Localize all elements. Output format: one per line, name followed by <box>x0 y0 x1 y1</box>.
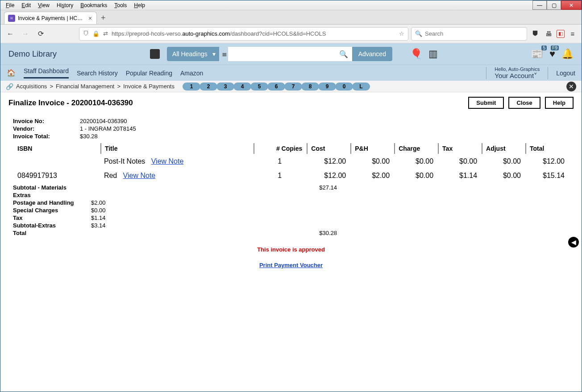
back-button[interactable]: ← <box>4 28 17 40</box>
chip-0[interactable]: 0 <box>335 83 353 91</box>
address-bar[interactable]: ⛉ 🔒 ⇄ https://preprod-hcols-verso.auto-g… <box>79 27 408 41</box>
forward-button[interactable]: → <box>19 28 32 40</box>
nav-search-history[interactable]: Search History <box>77 70 118 77</box>
database-icon[interactable]: ≣ <box>219 50 228 58</box>
breadcrumb-financial[interactable]: Financial Management <box>56 83 115 90</box>
window-close-button[interactable]: ✕ <box>561 0 582 10</box>
cell-isbn <box>14 155 100 168</box>
menu-tools[interactable]: Tools <box>111 1 130 9</box>
print-icon[interactable]: 🖶 <box>543 29 554 39</box>
close-panel-icon[interactable]: ✕ <box>566 82 576 91</box>
url-path: /dashboard?cid=HCOLS&lid=HCOLS <box>230 30 326 37</box>
account-dropdown[interactable]: Your Account˅ <box>495 72 540 80</box>
app-header: Demo Library All Headings ≣ 🔍 Advanced 🎈… <box>0 43 582 65</box>
help-button[interactable]: Help <box>545 97 574 109</box>
lock-icon: 🔒 <box>92 30 100 37</box>
catalog-search-input[interactable] <box>228 47 335 61</box>
th-adjust: Adjust <box>482 143 524 154</box>
language-icon[interactable] <box>150 49 160 59</box>
chip-8[interactable]: 8 <box>301 83 319 91</box>
tax-value: $1.14 <box>91 215 118 221</box>
table-row: Post-It Notes View Note 1 $12.00 $0.00 $… <box>14 155 568 168</box>
th-copies: # Copies <box>254 143 306 154</box>
browser-tab[interactable]: ⌗ Invoice & Payments | HCOLS | H × <box>4 12 97 24</box>
chip-5[interactable]: 5 <box>250 83 268 91</box>
extras-label: Extras <box>13 192 91 198</box>
subtotal-materials-label: Subtotal - Materials <box>13 184 91 191</box>
cell-cost: $12.00 <box>307 155 349 168</box>
home-icon[interactable]: 🏠 <box>7 69 16 77</box>
pocket-icon[interactable]: ⛊ <box>530 29 540 39</box>
breadcrumb-invoice[interactable]: Invoice & Payments <box>123 83 175 90</box>
menu-bookmarks[interactable]: Bookmarks <box>77 1 111 9</box>
print-voucher-link[interactable]: Print Payment Voucher <box>259 262 323 268</box>
window-minimize-button[interactable]: — <box>532 0 547 10</box>
subtotal-extras-value: $3.14 <box>91 222 118 229</box>
th-total: Total <box>525 143 568 154</box>
table-row: 0849917913 Red View Note 1 $12.00 $2.00 … <box>14 169 568 182</box>
chip-9[interactable]: 9 <box>318 83 336 91</box>
chip-6[interactable]: 6 <box>267 83 285 91</box>
url-prefix: https://preprod-hcols-verso. <box>112 30 182 37</box>
cell-ph: $2.00 <box>350 169 393 182</box>
nav-amazon[interactable]: Amazon <box>180 70 203 77</box>
menu-view[interactable]: View <box>34 1 53 9</box>
bookmark-star-icon[interactable]: ☆ <box>399 30 404 37</box>
view-note-link[interactable]: View Note <box>123 172 156 179</box>
notifications-icon[interactable]: 🔔 <box>561 48 574 60</box>
chip-l[interactable]: L <box>352 83 370 91</box>
breadcrumb-bar: 🔗 Acquisitions > Financial Management > … <box>0 81 582 92</box>
line-items-table: ISBN Title # Copies Cost P&H Charge Tax … <box>13 142 569 183</box>
close-button[interactable]: Close <box>508 97 540 109</box>
menu-help[interactable]: Help <box>130 1 149 9</box>
approved-message: This invoice is approved <box>13 246 569 253</box>
favorites-icon[interactable]: ♥F9 <box>549 48 555 60</box>
advanced-search-button[interactable]: Advanced <box>352 47 392 61</box>
catalog-search-button[interactable]: 🔍 <box>335 47 352 61</box>
ph-label: Postage and Handling <box>13 199 91 206</box>
window-maximize-button[interactable]: ▢ <box>547 0 561 10</box>
menu-history[interactable]: History <box>53 1 77 9</box>
chip-4[interactable]: 4 <box>233 83 251 91</box>
new-tab-button[interactable]: + <box>97 12 109 24</box>
cell-charge: $0.00 <box>394 169 437 182</box>
cell-adjust: $0.00 <box>482 155 524 168</box>
app-nav: 🏠 Staff Dashboard Search History Popular… <box>0 65 582 81</box>
th-ph: P&H <box>350 143 393 154</box>
cell-cost: $12.00 <box>307 169 349 182</box>
chip-2[interactable]: 2 <box>200 83 217 91</box>
hamburger-menu-icon[interactable]: ≡ <box>567 29 578 39</box>
extension-icon[interactable]: ◧ <box>557 30 565 38</box>
sc-label: Special Charges <box>13 207 91 214</box>
search-scope-dropdown[interactable]: All Headings <box>167 47 219 61</box>
logout-link[interactable]: Logout <box>556 70 575 77</box>
breadcrumb-acquisitions[interactable]: Acquisitions <box>16 83 47 90</box>
menu-file[interactable]: File <box>2 1 18 9</box>
tab-close-icon[interactable]: × <box>87 15 93 22</box>
reload-button[interactable]: ⟳ <box>34 28 47 40</box>
chip-3[interactable]: 3 <box>216 83 234 91</box>
library-brand: Demo Library <box>8 50 57 59</box>
chip-7[interactable]: 7 <box>284 83 302 91</box>
barcode-icon[interactable]: ▥ <box>428 48 438 60</box>
cell-total: $15.14 <box>525 169 568 182</box>
browser-search-field[interactable]: 🔍 Search <box>411 27 527 41</box>
nav-popular-reading[interactable]: Popular Reading <box>126 70 172 77</box>
favicon-icon: ⌗ <box>8 15 15 22</box>
cell-title: Red <box>104 172 117 179</box>
cell-isbn: 0849917913 <box>14 169 100 182</box>
value-invoice-no: 20200104-036390 <box>80 118 127 124</box>
tab-title: Invoice & Payments | HCOLS | H <box>18 15 85 21</box>
news-icon[interactable]: 📰5 <box>531 48 543 60</box>
balloon-icon[interactable]: 🎈 <box>410 48 422 60</box>
submit-button[interactable]: Submit <box>468 97 504 109</box>
menu-edit[interactable]: Edit <box>18 1 34 9</box>
collapse-arrow-icon[interactable]: ◀ <box>568 237 579 248</box>
th-charge: Charge <box>394 143 437 154</box>
view-note-link[interactable]: View Note <box>151 157 184 165</box>
label-invoice-no: Invoice No: <box>13 118 80 124</box>
chip-1[interactable]: 1 <box>183 83 200 91</box>
link-icon: 🔗 <box>6 83 13 90</box>
value-vendor: 1 - INGRAM 20T8145 <box>80 125 136 132</box>
nav-staff-dashboard[interactable]: Staff Dashboard <box>24 67 69 78</box>
